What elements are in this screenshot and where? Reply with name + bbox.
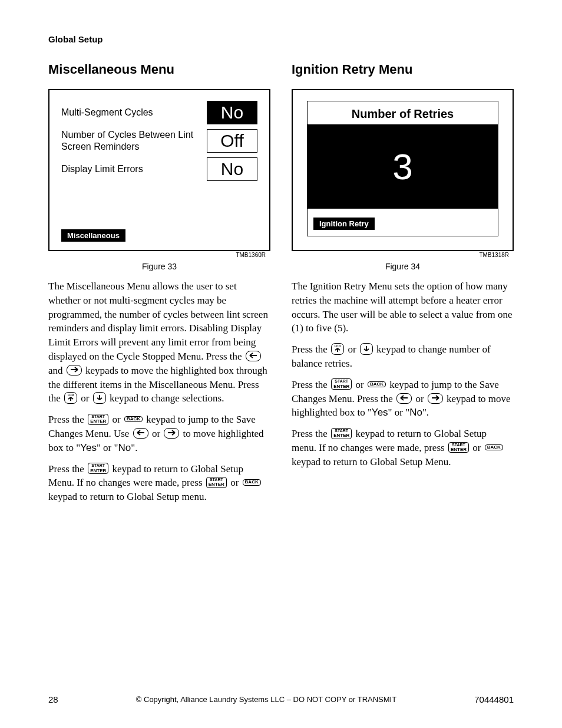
fig34-code: TMB1318R (479, 252, 509, 258)
start-enter-key-icon: STARTENTER (331, 428, 352, 439)
down-arrow-icon (93, 392, 106, 404)
fig33-row1-label: Multi-Segment Cycles (61, 107, 207, 118)
right-para-2: Press the LCD or keypad to change number… (292, 342, 514, 371)
back-key-icon: BACK (485, 444, 503, 450)
figure-33: Multi-Segment Cycles No Number of Cycles… (48, 89, 270, 251)
fig33-row3-value: No (207, 157, 257, 181)
right-arrow-icon (428, 393, 443, 404)
up-arrow-icon: LCD (64, 392, 77, 404)
start-enter-key-icon: STARTENTER (88, 463, 108, 474)
fig34-value: 3 (308, 124, 498, 209)
up-arrow-icon: LCD (331, 343, 344, 355)
start-enter-key-icon: STARTENTER (331, 378, 352, 390)
fig33-row3-label: Display Limit Errors (61, 163, 207, 175)
left-arrow-icon (133, 428, 148, 439)
down-arrow-icon (360, 343, 373, 355)
back-key-icon: BACK (243, 479, 261, 485)
back-key-icon: BACK (124, 416, 143, 422)
left-para-2: Press the STARTENTER or BACK keypad to j… (48, 413, 270, 454)
fig34-title: Number of Retries (308, 101, 498, 124)
left-para-1: The Miscellaneous Menu allows the user t… (48, 279, 270, 406)
start-enter-key-icon: STARTENTER (88, 414, 108, 425)
copyright-text: © Copyright, Alliance Laundry Systems LL… (58, 695, 475, 704)
page-footer: 28 © Copyright, Alliance Laundry Systems… (0, 694, 562, 704)
fig34-tab: Ignition Retry (313, 218, 375, 230)
fig33-tab: Miscellaneous (61, 229, 125, 242)
right-arrow-icon (164, 428, 179, 439)
left-arrow-icon (396, 393, 412, 404)
right-para-1: The Ignition Retry Menu sets the option … (292, 279, 514, 335)
right-arrow-icon (67, 365, 82, 375)
fig33-row2-value: Off (207, 129, 257, 153)
figure-34: Number of Retries 3 Ignition Retry TMB13… (292, 89, 514, 251)
section-header: Global Setup (48, 34, 514, 44)
fig34-caption: Figure 34 (292, 262, 514, 271)
fig33-code: TMB1360R (236, 252, 266, 258)
doc-number: 70444801 (474, 694, 514, 704)
fig33-row2-label: Number of Cycles Between Lint Screen Rem… (61, 129, 207, 153)
fig33-caption: Figure 33 (48, 262, 270, 271)
right-para-4: Press the STARTENTER keypad to return to… (292, 427, 514, 469)
fig33-row1-value: No (207, 101, 257, 124)
left-title: Miscellaneous Menu (48, 62, 270, 77)
left-arrow-icon (246, 351, 261, 361)
start-enter-key-icon: STARTENTER (206, 477, 227, 488)
left-para-3: Press the STARTENTER keypad to return to… (48, 462, 270, 504)
right-para-3: Press the STARTENTER or BACK keypad to j… (292, 378, 514, 420)
page-number: 28 (48, 694, 58, 704)
back-key-icon: BACK (368, 381, 386, 387)
right-title: Ignition Retry Menu (292, 62, 514, 77)
start-enter-key-icon: STARTENTER (448, 442, 469, 453)
